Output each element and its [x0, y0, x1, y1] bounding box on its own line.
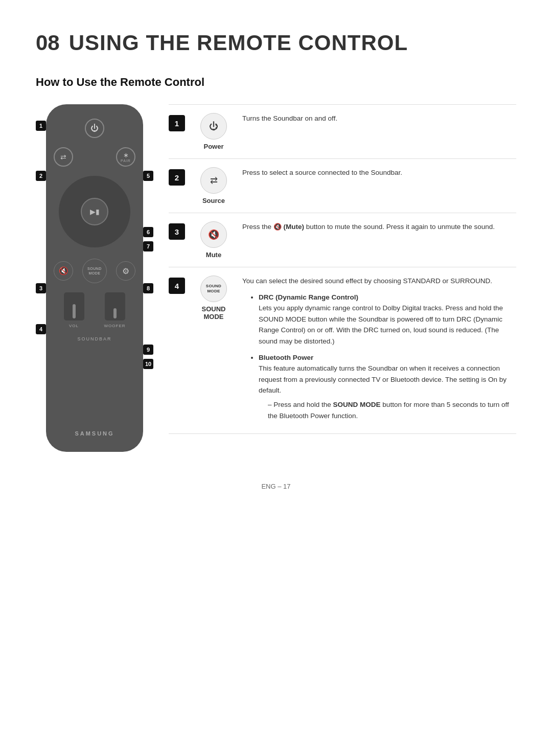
ctrl-icon-col-mute: 🔇 Mute — [193, 221, 234, 259]
controls-table: 1 ⏻ Power Turns the Soundbar on and off.… — [169, 104, 516, 434]
ctrl-icon-col-power: ⏻ Power — [193, 113, 234, 150]
vol-label: VOL — [69, 324, 79, 328]
mute-icon-label: Mute — [206, 251, 221, 259]
ctrl-desc-power: Turns the Soundbar on and off. — [242, 113, 516, 124]
remote-badge-4: 4 — [36, 324, 46, 334]
control-row-source: 2 ⇄ Source Press to select a source conn… — [169, 158, 516, 213]
remote-body: ⏻ ⇄ ∗ PAIR ▶▮ 🔇 — [46, 104, 143, 452]
ctrl-num-2: 2 — [169, 169, 185, 186]
source-button-remote: ⇄ — [54, 147, 73, 167]
ctrl-icon-col-soundmode: SOUNDMODE SOUND MODE — [193, 276, 234, 320]
power-icon-label: Power — [203, 143, 223, 150]
dpad: ▶▮ — [59, 176, 130, 247]
power-button-remote: ⏻ — [85, 119, 104, 138]
ctrl-desc-source: Press to select a source connected to th… — [242, 167, 516, 178]
ctrl-num-3: 3 — [169, 223, 185, 240]
ctrl-icon-col-source: ⇄ Source — [193, 167, 234, 204]
samsung-label: SAMSUNG — [75, 430, 114, 437]
ctrl-desc-soundmode: You can select the desired sound effect … — [242, 276, 516, 425]
page-title: 08USING THE REMOTE CONTROL — [36, 31, 516, 55]
ctrl-num-4: 4 — [169, 278, 185, 294]
source-icon: ⇄ — [200, 167, 227, 194]
remote-badge-10: 10 — [143, 359, 153, 369]
soundmode-icon: SOUNDMODE — [200, 276, 227, 302]
mute-button-remote: 🔇 — [54, 261, 73, 281]
remote-badge-3: 3 — [36, 283, 46, 293]
ctrl-num-1: 1 — [169, 115, 185, 131]
bluetooth-button-remote: ∗ PAIR — [116, 147, 135, 167]
woofer-label: WOOFER — [104, 324, 126, 328]
soundbar-label: SOUNDBAR — [77, 336, 111, 341]
ctrl-desc-mute: Press the 🔇 (Mute) button to mute the so… — [242, 221, 516, 233]
source-icon-label: Source — [202, 197, 225, 204]
mute-icon: 🔇 — [200, 221, 227, 248]
power-icon: ⏻ — [200, 113, 227, 140]
dpad-center: ▶▮ — [81, 198, 108, 225]
remote-badge-6: 6 — [143, 227, 153, 237]
soundmode-icon-label: SOUND MODE — [193, 305, 234, 320]
remote-badge-7: 7 — [143, 241, 153, 251]
remote-control-diagram: 1 2 5 6 7 3 8 4 9 10 ⏻ — [36, 104, 153, 452]
control-row-power: 1 ⏻ Power Turns the Soundbar on and off. — [169, 104, 516, 158]
sound-mode-button-remote: SOUNDMODE — [82, 259, 107, 283]
remote-badge-2: 2 — [36, 171, 46, 181]
remote-badge-8: 8 — [143, 283, 153, 293]
page-footer: ENG – 17 — [36, 483, 516, 490]
remote-badge-9: 9 — [143, 345, 153, 355]
control-row-mute: 3 🔇 Mute Press the 🔇 (Mute) button to mu… — [169, 213, 516, 267]
remote-badge-1: 1 — [36, 121, 46, 131]
remote-badge-5: 5 — [143, 171, 153, 181]
vol-woofer-area: VOL WOOFER — [54, 292, 135, 328]
section-title: How to Use the Remote Control — [36, 76, 516, 89]
control-row-soundmode: 4 SOUNDMODE SOUND MODE You can select th… — [169, 267, 516, 434]
gear-button-remote: ⚙ — [116, 261, 135, 281]
